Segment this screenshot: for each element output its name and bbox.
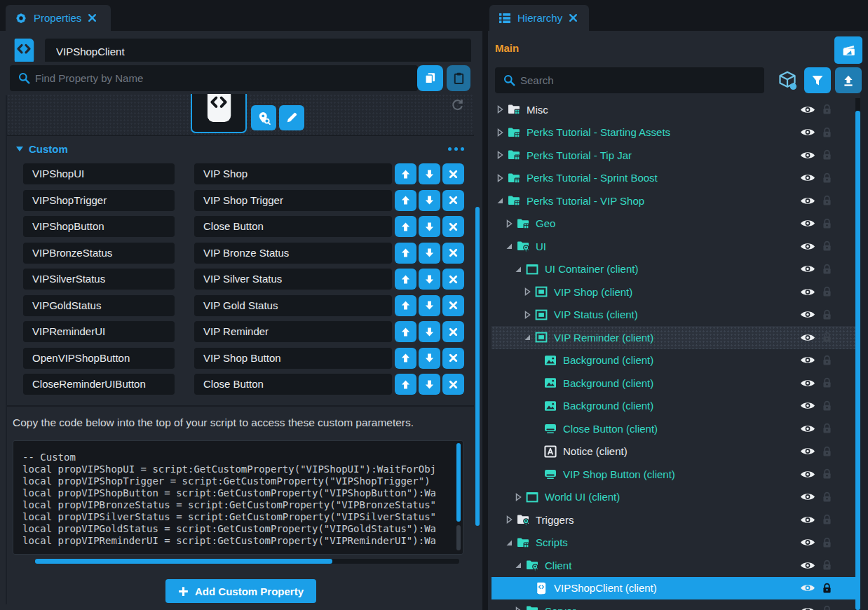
visibility-eye-icon[interactable] [800,515,815,524]
lock-icon[interactable] [822,240,832,252]
visibility-eye-icon[interactable] [800,128,815,137]
overflow-menu-icon[interactable] [448,147,464,151]
property-name-field[interactable]: VIPShopTrigger [23,190,175,211]
hierarchy-tree-item[interactable]: Perks Tutorial - Sprint Boost [491,167,855,190]
move-property-up-button[interactable] [395,190,416,211]
filter-button[interactable] [804,67,831,93]
lock-icon[interactable] [822,149,832,161]
collapse-triangle-icon[interactable] [16,147,23,151]
scenes-button[interactable] [834,36,862,64]
expand-toggle-icon[interactable] [523,287,531,296]
visibility-eye-icon[interactable] [800,447,815,456]
lock-icon[interactable] [822,309,832,320]
visibility-eye-icon[interactable] [800,105,815,114]
hierarchy-tree-item[interactable]: VIP Shop (client) [491,280,855,304]
move-property-down-button[interactable] [419,321,440,342]
move-property-up-button[interactable] [395,321,416,342]
visibility-eye-icon[interactable] [800,173,815,182]
delete-property-button[interactable] [442,321,464,342]
visibility-eye-icon[interactable] [800,196,815,205]
hierarchy-tree-item[interactable]: VIPShopClient (client) [491,577,855,600]
lock-icon[interactable] [822,218,832,229]
visibility-eye-icon[interactable] [800,606,815,610]
expand-toggle-icon[interactable] [496,128,504,137]
property-value-field[interactable]: VIP Shop Button [194,348,392,369]
expand-toggle-icon[interactable] [532,470,541,478]
visibility-eye-icon[interactable] [800,333,815,342]
expand-toggle-icon[interactable] [505,219,513,228]
visibility-eye-icon[interactable] [800,151,815,160]
visibility-eye-icon[interactable] [800,470,815,479]
hierarchy-tree-item[interactable]: Scripts [491,531,855,555]
expand-toggle-icon[interactable] [532,447,541,456]
paste-properties-button[interactable] [447,65,470,91]
lock-icon[interactable] [822,264,832,275]
lock-icon[interactable] [822,468,832,480]
hierarchy-tree-item[interactable]: Server [491,599,855,610]
expand-toggle-icon[interactable] [532,402,541,410]
expand-toggle-icon[interactable] [532,356,541,365]
property-name-field[interactable]: VIPSilverStatus [23,269,175,290]
move-property-up-button[interactable] [395,295,416,316]
lock-icon[interactable] [822,104,832,115]
property-name-field[interactable]: VIPShopButton [23,216,175,237]
visibility-eye-icon[interactable] [800,424,815,433]
lock-icon[interactable] [822,355,832,366]
network-cube-icon[interactable] [777,70,798,91]
close-tab-icon[interactable] [88,13,97,22]
code-horizontal-scrollbar[interactable] [35,559,459,564]
property-value-field[interactable]: VIP Reminder [194,321,392,342]
delete-property-button[interactable] [442,295,464,316]
delete-property-button[interactable] [442,190,464,211]
visibility-eye-icon[interactable] [800,583,815,592]
lock-icon[interactable] [822,583,832,594]
close-tab-icon[interactable] [569,13,578,22]
hierarchy-tree-item[interactable]: Perks Tutorial - Starting Assets [491,121,855,144]
move-property-up-button[interactable] [395,348,416,369]
hierarchy-tree-item[interactable]: UI [491,235,855,258]
lock-icon[interactable] [822,492,832,503]
lock-icon[interactable] [822,286,832,297]
lock-icon[interactable] [822,560,832,571]
visibility-eye-icon[interactable] [800,538,815,547]
lock-icon[interactable] [822,537,832,548]
property-value-field[interactable]: Close Button [194,216,392,237]
move-property-up-button[interactable] [395,216,416,237]
hierarchy-tree-item[interactable]: Background (client) [491,372,855,395]
visibility-eye-icon[interactable] [800,355,815,365]
lock-icon[interactable] [822,514,832,525]
hierarchy-scrollbar[interactable] [855,98,860,610]
lock-icon[interactable] [822,400,832,412]
visibility-eye-icon[interactable] [800,492,815,501]
property-value-field[interactable]: VIP Shop [194,163,392,184]
property-value-field[interactable]: VIP Gold Status [194,295,392,316]
hierarchy-tree-item[interactable]: Misc [491,98,855,121]
property-name-field[interactable]: VIPGoldStatus [23,295,175,316]
visibility-eye-icon[interactable] [800,401,815,410]
copy-properties-button[interactable] [417,65,443,91]
visibility-eye-icon[interactable] [800,264,815,273]
lock-icon[interactable] [822,172,832,184]
property-name-field[interactable]: VIPBronzeStatus [23,243,175,264]
delete-property-button[interactable] [442,374,464,395]
move-property-down-button[interactable] [419,163,440,184]
move-property-down-button[interactable] [419,374,440,395]
lock-icon[interactable] [822,127,832,138]
property-value-field[interactable]: Close Button [194,374,392,395]
delete-property-button[interactable] [442,243,464,264]
code-vertical-scrollbar[interactable] [456,443,461,553]
code-block[interactable]: -- Custom local propVIPShopUI = script:G… [22,452,436,547]
lock-icon[interactable] [822,377,832,388]
property-name-field[interactable]: VIPReminderUI [23,321,175,342]
expand-toggle-icon[interactable] [505,515,513,524]
delete-property-button[interactable] [442,269,464,290]
expand-toggle-icon[interactable] [523,584,531,592]
custom-section-header[interactable]: Custom [0,139,474,158]
hierarchy-tree-item[interactable]: Geo [491,212,855,236]
visibility-eye-icon[interactable] [800,242,815,251]
delete-property-button[interactable] [442,216,464,237]
properties-panel-scrollbar[interactable] [475,207,480,526]
property-value-field[interactable]: VIP Silver Status [194,269,392,290]
visibility-eye-icon[interactable] [800,561,815,570]
property-value-field[interactable]: VIP Shop Trigger [194,190,392,211]
